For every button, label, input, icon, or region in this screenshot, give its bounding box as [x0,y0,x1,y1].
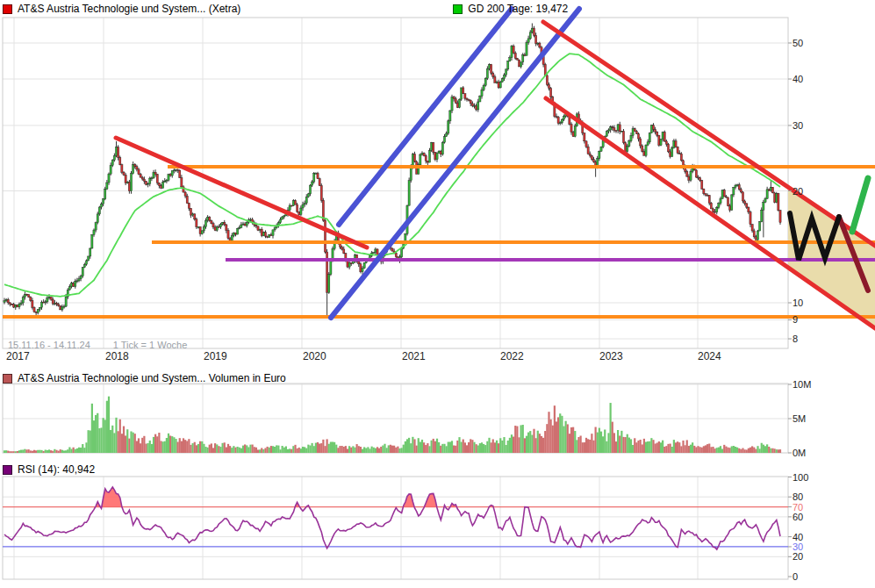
year-axis-label: 2020 [303,350,326,362]
rsi-panel-legend: RSI (14): 40,942 [3,463,95,476]
projection-up-line[interactable] [852,178,868,232]
rsi-line [4,487,780,549]
volume-bars-series [4,397,781,453]
rsi-plot-area[interactable] [3,477,788,579]
year-axis-label: 2018 [105,350,129,362]
year-axis-label: 2019 [204,350,227,362]
ma-legend-swatch-icon [453,4,463,14]
uptrend-channel-lower[interactable] [331,9,579,318]
uptrend-channel-upper[interactable] [339,9,512,225]
volume-panel-legend: AT&S Austria Technologie und System... V… [3,372,286,384]
year-axis-label: 2021 [402,350,426,362]
rsi-axis-label: 100 [793,472,808,483]
volume-axis-label: 5M [793,413,806,424]
date-range-label: 15.11.16 - 14.11.24 [8,340,90,350]
price-axis-label: 8 [793,333,798,344]
rsi-axis-label: 30 [793,541,803,552]
downtrend-line-2018[interactable] [116,138,367,247]
rsi-legend-swatch-icon [3,465,12,475]
ma-legend-label: GD 200 Tage: 19,472 [468,3,568,15]
year-axis-label: 2024 [698,350,721,362]
rsi-axis-label: 60 [793,512,803,522]
main-chart-legend: AT&S Austria Technologie und System... (… [3,3,568,15]
volume-legend-swatch-icon [3,374,12,384]
rsi-axis-label: 80 [793,491,803,502]
volume-axis-label: 0M [793,448,806,458]
rsi-legend-label: RSI (14): 40,942 [18,463,95,476]
price-axis-label: 30 [793,120,803,131]
rsi-axis-label: 70 [793,502,803,513]
year-axis-label: 2023 [599,350,623,362]
candlestick-series [4,24,781,317]
tick-size-label: 1 Tick = 1 Woche [113,340,187,350]
price-axis-label: 50 [793,38,803,48]
price-axis-label: 10 [793,298,803,308]
gridlines [3,18,788,579]
year-axis-label: 2017 [6,350,30,362]
volume-axis-label: 10M [793,379,811,390]
chart-application: 50403020109810M5M0M100807060403020020172… [0,0,875,588]
rsi-axis-label: 0 [793,571,798,582]
panel-borders [3,18,788,579]
year-axis-label: 2022 [500,350,524,362]
chart-canvas: 50403020109810M5M0M100807060403020020172… [0,0,875,588]
price-axis-label: 9 [793,314,798,325]
series-legend-swatch-icon [3,4,12,14]
price-axis-label: 40 [793,74,803,84]
rsi-axis-label: 20 [793,551,803,562]
date-range-info: 15.11.16 - 14.11.24 1 Tick = 1 Woche [8,340,187,350]
rsi-series [3,487,788,549]
volume-legend-label: AT&S Austria Technologie und System... V… [18,372,286,384]
series-legend-label: AT&S Austria Technologie und System... (… [18,3,240,15]
price-axis-label: 20 [793,186,803,197]
rsi-axis-label: 40 [793,532,803,542]
